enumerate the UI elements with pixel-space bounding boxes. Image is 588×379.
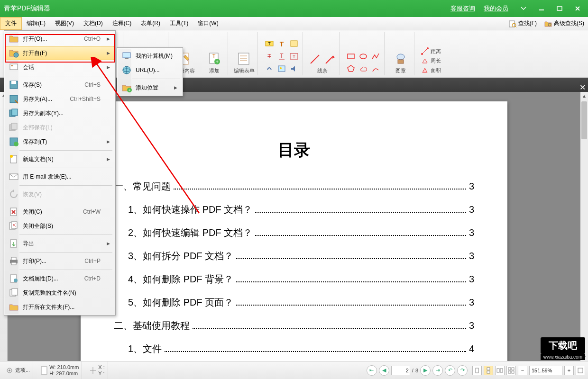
perimeter-button[interactable]: 周长 xyxy=(420,56,442,65)
file-menu-item[interactable]: 打开所在文件夹(F)... xyxy=(5,300,114,314)
maximize-button[interactable] xyxy=(553,3,566,14)
watermark: 下载吧 www.xiazaiba.com xyxy=(541,337,585,360)
sound-button[interactable] xyxy=(288,63,300,74)
layout-facing-button[interactable] xyxy=(495,366,505,375)
submenu-item[interactable]: +添加位置▶ xyxy=(118,81,182,95)
area-icon xyxy=(421,66,429,74)
nav-fwd-button[interactable]: ↷ xyxy=(457,365,468,376)
area-button[interactable]: 面积 xyxy=(420,66,442,74)
file-menu-item[interactable]: 打开(O)...Ctrl+O▶ xyxy=(5,32,114,46)
window-buttons xyxy=(517,3,584,14)
file-menu-item[interactable]: 保存(S)Ctrl+S xyxy=(5,78,114,92)
scrollbar-thumb[interactable] xyxy=(581,101,587,139)
menu-edit[interactable]: 编辑(E) xyxy=(22,17,50,30)
ellipse-button[interactable] xyxy=(358,51,369,62)
scroll-up-icon[interactable]: ▲ xyxy=(580,92,588,99)
close-button[interactable] xyxy=(571,3,584,14)
file-menu-item[interactable]: 恢复(V) xyxy=(5,187,114,201)
file-menu-item[interactable]: 保存到(T)▶ xyxy=(5,135,114,149)
vertical-scrollbar[interactable]: ▲ ▼ xyxy=(580,92,588,361)
file-menu-item[interactable]: 打开自(F)▶ xyxy=(5,46,114,60)
cloud-button[interactable] xyxy=(358,63,369,74)
highlight-button[interactable]: T xyxy=(264,38,275,50)
toc-line: 1、如何快速操作 PDF 文档？3 xyxy=(128,203,474,216)
file-menu-item[interactable]: 打印(P)...Ctrl+P xyxy=(5,254,114,268)
dropdown-icon[interactable] xyxy=(517,3,530,14)
folder-search-icon xyxy=(544,20,552,27)
svg-text:T: T xyxy=(293,54,295,59)
svg-rect-48 xyxy=(398,60,404,63)
titlebar-links: 客服咨询 我的会员 xyxy=(450,4,508,13)
page-input[interactable] xyxy=(391,366,410,375)
arrow-icon[interactable] xyxy=(324,53,336,65)
last-page-button[interactable]: ⇥ xyxy=(432,365,443,376)
sticky-note-button[interactable] xyxy=(288,38,300,50)
underline-button[interactable]: T xyxy=(276,51,287,62)
advanced-find-button[interactable]: 高级查找(S) xyxy=(541,17,588,30)
layout-facing-cont-button[interactable] xyxy=(506,366,516,375)
link-member[interactable]: 我的会员 xyxy=(484,4,508,13)
distance-button[interactable]: 距离 xyxy=(420,47,442,55)
submenu-item[interactable]: URL(U)... xyxy=(118,63,182,77)
doc-heading: 目录 xyxy=(114,139,474,161)
polyline-button[interactable] xyxy=(370,51,381,62)
file-menu-item[interactable]: 会话▶ xyxy=(5,60,114,74)
svg-rect-71 xyxy=(11,81,16,84)
fullscreen-button[interactable] xyxy=(576,366,585,375)
find-button[interactable]: 查找(F) xyxy=(505,17,541,30)
add-button[interactable]: T+ 添加 xyxy=(204,51,225,74)
menu-form[interactable]: 表单(R) xyxy=(136,17,165,30)
image-button[interactable] xyxy=(276,63,287,74)
file-menu-item[interactable]: 导出▶ xyxy=(5,236,114,251)
first-page-button[interactable]: ⇤ xyxy=(367,365,377,376)
next-page-button[interactable]: ▶ xyxy=(420,365,431,376)
nav-back-button[interactable]: ↶ xyxy=(445,365,455,376)
pdf-page: 目录 一、常见问题31、如何快速操作 PDF 文档？32、如何快速编辑 PDF … xyxy=(81,101,507,361)
file-menu-item[interactable]: 全部保存(L) xyxy=(5,120,114,135)
line-icon[interactable] xyxy=(309,53,321,65)
submenu-item[interactable]: 我的计算机(M) xyxy=(118,49,182,63)
pencil-button[interactable] xyxy=(370,63,381,74)
menu-file[interactable]: 文件 xyxy=(0,17,22,30)
svg-rect-60 xyxy=(497,369,499,372)
computer-icon xyxy=(121,51,132,61)
file-menu-item[interactable]: 关闭全部(S) xyxy=(5,219,114,233)
svg-rect-41 xyxy=(278,66,285,72)
toc-line: 1、文件4 xyxy=(128,343,474,355)
file-menu-item[interactable]: 另存为(A)...Ctrl+Shift+S xyxy=(5,92,114,106)
zoom-status-input[interactable] xyxy=(529,366,562,375)
svg-rect-66 xyxy=(578,368,583,373)
file-menu-item[interactable]: 新建文档(N)▶ xyxy=(5,152,114,166)
text-button[interactable]: T xyxy=(276,38,287,50)
minimize-button[interactable] xyxy=(535,3,548,14)
svg-rect-62 xyxy=(508,368,511,370)
file-menu-item[interactable]: 复制完整的文件名(N) xyxy=(5,286,114,300)
options-button[interactable]: 选项... xyxy=(3,361,33,379)
menu-window[interactable]: 窗口(W) xyxy=(193,17,223,30)
zoom-out-status-button[interactable]: − xyxy=(518,366,527,375)
file-menu-item[interactable]: 另存为副本(Y)... xyxy=(5,106,114,120)
export-icon xyxy=(9,238,19,249)
rect-button[interactable] xyxy=(345,51,357,62)
file-menu-item[interactable]: 关闭(C)Ctrl+W xyxy=(5,205,114,219)
prev-page-button[interactable]: ◀ xyxy=(379,365,389,376)
close-tabs-button[interactable]: ✕ xyxy=(577,83,588,92)
svg-rect-74 xyxy=(12,109,18,116)
file-menu-item[interactable]: 用 E-mail 发送(E)... xyxy=(5,170,114,184)
stamp-button[interactable]: 图章 xyxy=(390,51,411,74)
svg-point-51 xyxy=(427,47,429,49)
attach-button[interactable] xyxy=(264,63,275,74)
file-menu-item[interactable]: 文档属性(D)...Ctrl+D xyxy=(5,271,114,286)
layout-single-button[interactable] xyxy=(472,366,482,375)
textbox-button[interactable]: T xyxy=(288,51,300,62)
menu-document[interactable]: 文档(D) xyxy=(79,17,108,30)
menu-view[interactable]: 视图(V) xyxy=(50,17,79,30)
menu-comment[interactable]: 注释(C) xyxy=(108,17,137,30)
zoom-in-status-button[interactable]: + xyxy=(564,366,574,375)
strikethrough-button[interactable]: T xyxy=(264,51,275,62)
polygon-button[interactable] xyxy=(345,63,357,74)
menu-tools[interactable]: 工具(T) xyxy=(165,17,193,30)
link-support[interactable]: 客服咨询 xyxy=(450,4,475,13)
layout-continuous-button[interactable] xyxy=(484,366,493,375)
edit-form-button[interactable]: 编辑表单 xyxy=(234,51,255,74)
